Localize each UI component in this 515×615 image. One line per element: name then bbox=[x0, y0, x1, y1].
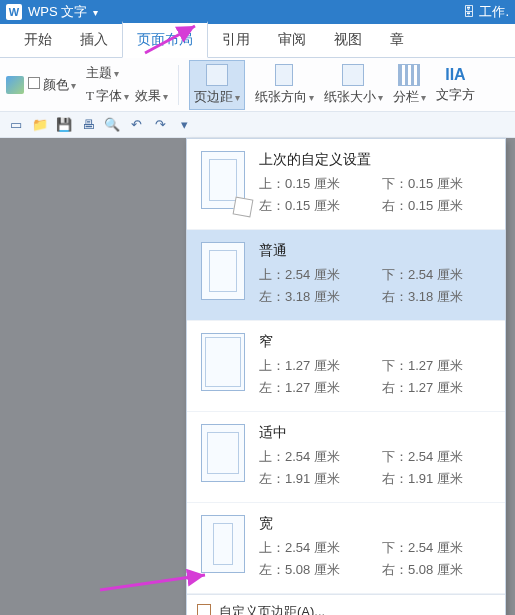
margins-icon bbox=[206, 64, 228, 86]
preset-title: 普通 bbox=[259, 242, 491, 260]
margin-preset-wide[interactable]: 宽 上：2.54 厘米下：2.54 厘米 左：5.08 厘米右：5.08 厘米 bbox=[187, 503, 505, 594]
font-dropdown[interactable]: T字体 bbox=[86, 87, 129, 105]
preset-title: 适中 bbox=[259, 424, 491, 442]
columns-button[interactable]: 分栏 bbox=[393, 64, 426, 106]
qat-save-icon[interactable]: 💾 bbox=[56, 117, 72, 133]
margins-dropdown-menu: 上次的自定义设置 上：0.15 厘米下：0.15 厘米 左：0.15 厘米右：0… bbox=[186, 138, 506, 615]
tab-start[interactable]: 开始 bbox=[10, 23, 66, 57]
briefcase-icon: 🗄 bbox=[463, 5, 475, 19]
preset-thumb-icon bbox=[201, 515, 245, 573]
orientation-icon bbox=[275, 64, 293, 86]
paper-size-icon bbox=[342, 64, 364, 86]
preset-thumb-icon bbox=[201, 151, 245, 209]
qat-undo-icon[interactable]: ↶ bbox=[128, 117, 144, 133]
quick-access-toolbar: ▭ 📁 💾 🖶 🔍 ↶ ↷ ▾ bbox=[0, 112, 515, 138]
theme-color-icon[interactable] bbox=[6, 76, 24, 94]
tab-view[interactable]: 视图 bbox=[320, 23, 376, 57]
qat-redo-icon[interactable]: ↷ bbox=[152, 117, 168, 133]
tab-review[interactable]: 审阅 bbox=[264, 23, 320, 57]
margin-preset-narrow[interactable]: 窄 上：1.27 厘米下：1.27 厘米 左：1.27 厘米右：1.27 厘米 bbox=[187, 321, 505, 412]
preset-title: 上次的自定义设置 bbox=[259, 151, 491, 169]
text-direction-icon: IIA bbox=[445, 66, 465, 84]
preset-thumb-icon bbox=[201, 333, 245, 391]
paper-size-button[interactable]: 纸张大小 bbox=[324, 64, 383, 106]
text-direction-button[interactable]: IIA 文字方 bbox=[436, 66, 475, 104]
ribbon: 颜色 主题 T字体 效果 页边距 纸张方向 纸张大小 分栏 IIA 文字方 bbox=[0, 58, 515, 112]
font-icon: T bbox=[86, 88, 94, 103]
tab-page-layout[interactable]: 页面布局 bbox=[122, 21, 208, 58]
columns-icon bbox=[398, 64, 420, 86]
orientation-button[interactable]: 纸张方向 bbox=[255, 64, 314, 106]
margin-preset-normal[interactable]: 普通 上：2.54 厘米下：2.54 厘米 左：3.18 厘米右：3.18 厘米 bbox=[187, 230, 505, 321]
preset-title: 窄 bbox=[259, 333, 491, 351]
tab-chapter[interactable]: 章 bbox=[376, 23, 418, 57]
app-logo: W bbox=[6, 4, 22, 20]
preset-title: 宽 bbox=[259, 515, 491, 533]
theme-dropdown[interactable]: 主题 bbox=[86, 64, 119, 82]
margins-button[interactable]: 页边距 bbox=[189, 60, 245, 110]
app-name: WPS 文字 bbox=[28, 3, 87, 21]
qat-preview-icon[interactable]: 🔍 bbox=[104, 117, 120, 133]
qat-open-icon[interactable]: 📁 bbox=[32, 117, 48, 133]
margin-preset-moderate[interactable]: 适中 上：2.54 厘米下：2.54 厘米 左：1.91 厘米右：1.91 厘米 bbox=[187, 412, 505, 503]
custom-margins-icon bbox=[197, 604, 211, 615]
tab-insert[interactable]: 插入 bbox=[66, 23, 122, 57]
margin-preset-last-custom[interactable]: 上次的自定义设置 上：0.15 厘米下：0.15 厘米 左：0.15 厘米右：0… bbox=[187, 139, 505, 230]
preset-thumb-icon bbox=[201, 424, 245, 482]
color-dropdown[interactable]: 颜色 bbox=[28, 76, 76, 94]
work-label: 工作. bbox=[479, 3, 509, 21]
qat-new-icon[interactable]: ▭ bbox=[8, 117, 24, 133]
tab-references[interactable]: 引用 bbox=[208, 23, 264, 57]
qat-more-icon[interactable]: ▾ bbox=[176, 117, 192, 133]
ribbon-tabs: 开始 插入 页面布局 引用 审阅 视图 章 bbox=[0, 24, 515, 58]
effect-dropdown[interactable]: 效果 bbox=[135, 87, 168, 105]
custom-margins-button[interactable]: 自定义页边距(A)... bbox=[187, 594, 505, 615]
custom-margins-label: 自定义页边距(A)... bbox=[219, 603, 325, 615]
title-bar: W WPS 文字 ▾ 🗄 工作. bbox=[0, 0, 515, 24]
title-dropdown-icon[interactable]: ▾ bbox=[93, 7, 98, 18]
preset-thumb-icon bbox=[201, 242, 245, 300]
qat-print-icon[interactable]: 🖶 bbox=[80, 117, 96, 133]
